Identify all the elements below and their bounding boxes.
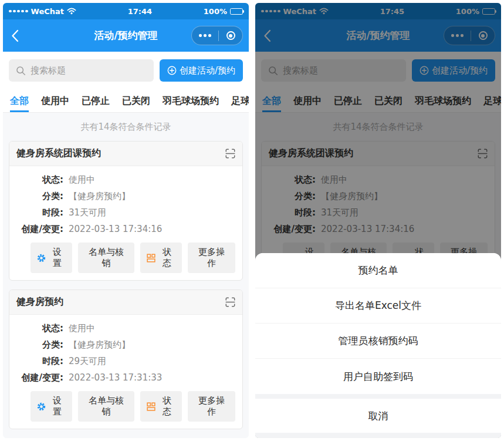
card-action-label: 设置 (49, 395, 66, 418)
battery-percent-label: 100% (204, 7, 227, 16)
gear-icon (37, 254, 46, 262)
tab-1[interactable]: 使用中 (41, 89, 69, 112)
create-activity-label: 创建活动/预约 (180, 65, 235, 76)
search-box[interactable] (9, 59, 154, 82)
field-value: 2022-03-13 17:34:16 (69, 224, 162, 235)
card-field-row: 创建/变更:2022-03-13 17:34:16 (16, 224, 235, 235)
card-body: 状态:使用中分类:【健身房预约】时段:29天可用创建/变更:2022-03-13… (9, 315, 242, 429)
card-header: 健身房预约 (9, 290, 242, 315)
activity-card-0: 健身房系统团课预约 状态:使用中分类:【健身房预约】时段:31天可用创建/变更:… (9, 141, 243, 281)
card-actions: 设置名单与核销状态更多操作 (31, 243, 235, 273)
field-label: 状态: (16, 174, 63, 186)
tab-3[interactable]: 已关闭 (122, 89, 150, 112)
plus-circle-icon (167, 66, 177, 75)
field-value: 【健身房预约】 (69, 191, 130, 202)
result-count: 共有14条符合条件记录 (9, 122, 243, 133)
wechat-capsule (191, 26, 243, 45)
card-fields: 状态:使用中分类:【健身房预约】时段:29天可用创建/变更:2022-03-13… (16, 323, 235, 383)
card-title: 健身房预约 (16, 296, 63, 308)
card-field-row: 分类:【健身房预约】 (16, 191, 235, 202)
action-sheet-cancel-button[interactable]: 取消 (255, 399, 501, 433)
create-activity-button[interactable]: 创建活动/预约 (160, 59, 243, 82)
action-sheet: 预约名单导出名单Excel文件管理员核销预约码用户自助签到码 取消 (255, 253, 501, 438)
card-field-row: 分类:【健身房预约】 (16, 339, 235, 351)
status-bar: WeChat 17:44 100% (3, 3, 249, 19)
card-action-roster-verify[interactable]: 名单与核销 (78, 391, 134, 422)
field-label: 时段: (16, 207, 63, 218)
action-sheet-item-export-excel[interactable]: 导出名单Excel文件 (255, 288, 501, 324)
card-field-row: 状态:使用中 (16, 323, 235, 334)
field-label: 分类: (16, 339, 63, 351)
field-label: 创建/变更: (16, 224, 63, 235)
grid-icon (147, 254, 155, 262)
action-sheet-gap (255, 394, 501, 399)
card-actions: 设置名单与核销状态更多操作 (31, 391, 235, 422)
card-action-label: 状态 (158, 247, 175, 269)
card-action-label: 设置 (49, 247, 66, 269)
screenshot-canvas: WeChat 17:44 100% 活动/预约管理 (0, 0, 504, 441)
card-action-label: 更多操作 (194, 247, 229, 269)
ellipsis-menu-icon[interactable] (199, 34, 211, 37)
capsule-divider (218, 31, 219, 41)
card-title: 健身房系统团课预约 (16, 147, 101, 160)
card-action-more-actions[interactable]: 更多操作 (188, 391, 235, 422)
action-sheet-items: 预约名单导出名单Excel文件管理员核销预约码用户自助签到码 (255, 253, 501, 394)
list-area: 共有14条符合条件记录 健身房系统团课预约 状态:使用中分类:【健身房预约】时段… (3, 113, 249, 438)
field-label: 状态: (16, 323, 63, 334)
card-action-settings[interactable]: 设置 (31, 391, 72, 422)
carrier-label: WeChat (31, 7, 64, 16)
card-action-label: 更多操作 (194, 395, 229, 418)
screen-right: WeChat 17:45 100% 活动/预约管理 (255, 3, 501, 438)
wifi-icon (67, 8, 76, 15)
field-value: 使用中 (69, 323, 95, 334)
action-sheet-item-admin-verify-code[interactable]: 管理员核销预约码 (255, 324, 501, 359)
card-field-row: 状态:使用中 (16, 174, 235, 186)
filter-tabs: 全部使用中已停止已关闭羽毛球场预约足球场预约 (3, 89, 249, 113)
field-value: 31天可用 (69, 207, 106, 218)
card-action-settings[interactable]: 设置 (31, 243, 72, 273)
card-field-row: 时段:31天可用 (16, 207, 235, 218)
tab-4[interactable]: 羽毛球场预约 (163, 89, 219, 112)
activity-card-1: 健身房预约 状态:使用中分类:【健身房预约】时段:29天可用创建/变更:2022… (9, 289, 243, 429)
card-action-label: 名单与核销 (84, 247, 128, 269)
action-sheet-safe-area (255, 433, 501, 438)
card-action-roster-verify[interactable]: 名单与核销 (78, 243, 134, 273)
card-action-more-actions[interactable]: 更多操作 (188, 243, 235, 273)
signal-strength-icon (9, 10, 28, 13)
tab-0[interactable]: 全部 (10, 89, 29, 112)
field-label: 时段: (16, 356, 63, 367)
scan-qr-icon[interactable] (225, 149, 235, 159)
card-action-status[interactable]: 状态 (140, 391, 182, 422)
card-action-label: 名单与核销 (84, 395, 128, 418)
card-header: 健身房系统团课预约 (9, 142, 242, 166)
card-body: 状态:使用中分类:【健身房预约】时段:31天可用创建/变更:2022-03-13… (9, 166, 242, 280)
field-value: 使用中 (69, 174, 95, 186)
card-field-row: 创建/变更:2022-03-13 17:31:33 (16, 372, 235, 383)
magnifier-icon (16, 66, 26, 76)
nav-bar: 活动/预约管理 (3, 19, 249, 52)
screen-left: WeChat 17:44 100% 活动/预约管理 (3, 3, 249, 438)
back-chevron-icon (11, 29, 19, 42)
action-sheet-item-self-checkin-code[interactable]: 用户自助签到码 (255, 359, 501, 394)
scan-qr-icon[interactable] (225, 297, 235, 307)
grid-icon (147, 402, 155, 411)
field-label: 创建/变更: (16, 372, 63, 383)
card-fields: 状态:使用中分类:【健身房预约】时段:31天可用创建/变更:2022-03-13… (16, 174, 235, 235)
field-value: 29天可用 (69, 356, 106, 367)
card-field-row: 时段:29天可用 (16, 356, 235, 367)
battery-full-icon (230, 8, 243, 15)
field-value: 【健身房预约】 (69, 339, 130, 351)
field-label: 分类: (16, 191, 63, 202)
field-value: 2022-03-13 17:31:33 (69, 372, 162, 383)
card-action-label: 状态 (158, 395, 175, 418)
tab-5[interactable]: 足球场预约 (231, 89, 249, 112)
clock-label: 17:44 (128, 7, 152, 16)
card-action-status[interactable]: 状态 (140, 243, 182, 273)
search-input[interactable] (31, 65, 147, 76)
action-sheet-item-booking-list[interactable]: 预约名单 (255, 253, 501, 288)
tab-2[interactable]: 已停止 (82, 89, 110, 112)
record-circle-icon[interactable] (226, 31, 235, 40)
card-list: 健身房系统团课预约 状态:使用中分类:【健身房预约】时段:31天可用创建/变更:… (9, 141, 243, 438)
gear-icon (37, 402, 46, 411)
back-button[interactable] (11, 29, 19, 42)
